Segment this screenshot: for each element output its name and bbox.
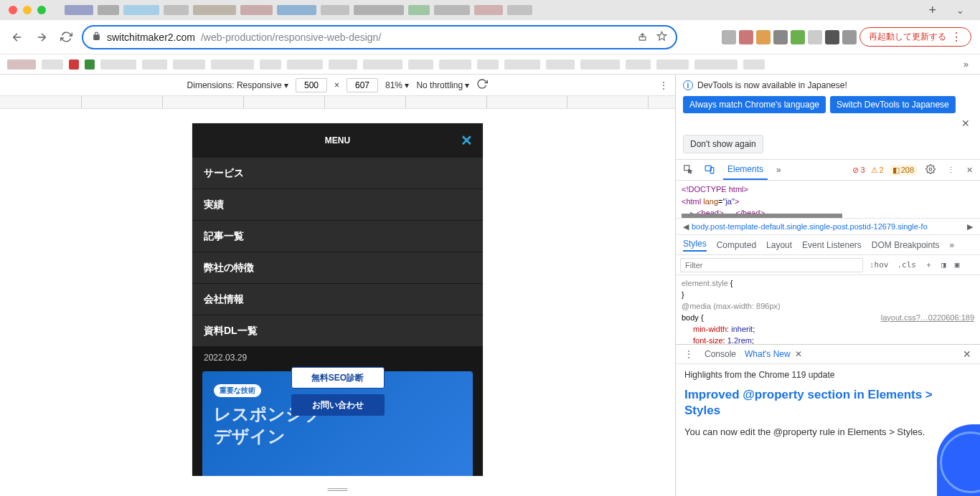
menu-item-downloads[interactable]: 資料DL一覧 — [192, 315, 483, 347]
elements-dom-tree[interactable]: <!DOCTYPE html> <html lang="ja"> ▸ <head… — [676, 181, 980, 214]
bookmark-item[interactable] — [100, 59, 136, 70]
crumb-prev-icon[interactable]: ◀ — [680, 222, 692, 232]
browser-tab[interactable] — [507, 5, 532, 15]
bookmark-item[interactable] — [477, 59, 499, 70]
dimensions-dropdown[interactable]: Dimensions: Responsive ▾ — [187, 80, 288, 90]
rendering-icon[interactable]: ▣ — [953, 260, 962, 270]
reload-button[interactable] — [57, 29, 75, 46]
bookmark-item[interactable] — [69, 59, 79, 70]
subtab-computed[interactable]: Computed — [717, 240, 756, 250]
tab-elements[interactable]: Elements — [723, 160, 768, 180]
back-button[interactable] — [9, 29, 26, 46]
extension-icon[interactable] — [791, 30, 805, 44]
cls-toggle[interactable]: .cls — [895, 260, 919, 270]
new-style-rule-icon[interactable]: ＋ — [923, 259, 935, 270]
bookmark-item[interactable] — [260, 59, 281, 70]
subtab-overflow-icon[interactable]: » — [950, 240, 955, 250]
bookmark-item[interactable] — [211, 59, 254, 70]
new-tab-button[interactable]: + — [921, 3, 943, 18]
menu-item-articles[interactable]: 記事一覧 — [192, 221, 483, 252]
close-window-button[interactable] — [9, 6, 17, 14]
subtab-event-listeners[interactable]: Event Listeners — [802, 240, 862, 250]
crumb-next-icon[interactable]: ▶ — [964, 222, 976, 232]
update-chrome-button[interactable]: 再起動して更新する ⋮ — [859, 27, 971, 47]
bookmark-item[interactable] — [439, 59, 471, 70]
close-drawer-button[interactable]: ✕ — [960, 348, 974, 360]
bookmark-item[interactable] — [504, 59, 540, 70]
bookmark-item[interactable] — [694, 59, 738, 70]
rotate-icon[interactable] — [476, 78, 488, 92]
close-whatsnew-tab[interactable]: ✕ — [795, 349, 802, 359]
bookmark-item[interactable] — [142, 59, 167, 70]
subtab-dom-breakpoints[interactable]: DOM Breakpoints — [872, 240, 940, 250]
contact-button[interactable]: お問い合わせ — [291, 394, 385, 416]
bookmark-item[interactable] — [408, 59, 433, 70]
drawer-tab-whatsnew[interactable]: What's New — [745, 349, 791, 359]
inspect-icon[interactable] — [680, 164, 696, 176]
throttling-dropdown[interactable]: No throttling ▾ — [416, 80, 469, 90]
close-menu-button[interactable]: ✕ — [461, 132, 473, 149]
breadcrumb-body[interactable]: body.post-template-default.single.single… — [692, 222, 928, 231]
bookmark-item[interactable] — [7, 59, 36, 70]
issue-count[interactable]: ◧ 208 — [890, 165, 917, 176]
maximize-window-button[interactable] — [37, 6, 46, 14]
tab-overflow-button[interactable]: ⌄ — [949, 5, 971, 16]
share-icon[interactable] — [637, 31, 648, 44]
bookmark-item[interactable] — [287, 59, 323, 70]
subtab-styles[interactable]: Styles — [683, 239, 707, 252]
styles-pane[interactable]: element.style { } @media (max-width: 896… — [676, 275, 980, 344]
extension-icon[interactable] — [773, 30, 788, 44]
bookmark-star-icon[interactable] — [656, 31, 667, 44]
devtools-menu-icon[interactable]: ⋮ — [944, 166, 958, 175]
browser-tab[interactable] — [434, 5, 470, 15]
bookmark-item[interactable] — [42, 59, 63, 70]
bookmark-item[interactable] — [85, 59, 95, 70]
browser-tab[interactable] — [408, 5, 430, 15]
dont-show-again-button[interactable]: Don't show again — [683, 135, 763, 153]
warning-count[interactable]: ⚠ 2 — [871, 166, 884, 175]
error-count[interactable]: ⊘ 3 — [852, 166, 864, 175]
extension-icon[interactable] — [842, 30, 857, 44]
bookmark-item[interactable] — [546, 59, 575, 70]
width-input[interactable] — [296, 78, 327, 92]
menu-item-features[interactable]: 弊社の特徴 — [192, 252, 483, 284]
browser-tab[interactable] — [193, 5, 236, 15]
height-input[interactable] — [347, 78, 378, 92]
drawer-menu-icon[interactable]: ⋮ — [682, 349, 696, 359]
minimize-window-button[interactable] — [23, 6, 32, 14]
resize-handle-bottom[interactable]: ═══ — [328, 484, 348, 495]
bookmark-item[interactable] — [656, 59, 689, 70]
drawer-tab-console[interactable]: Console — [705, 349, 736, 359]
browser-tab[interactable] — [123, 5, 159, 15]
switch-language-button[interactable]: Switch DevTools to Japanese — [830, 96, 956, 113]
browser-tab[interactable] — [164, 5, 189, 15]
extension-icon[interactable] — [756, 30, 771, 44]
browser-tab[interactable] — [474, 5, 503, 15]
computed-sidebar-icon[interactable]: ◨ — [939, 260, 948, 270]
menu-item-services[interactable]: サービス — [192, 158, 483, 189]
extension-icon[interactable] — [739, 30, 753, 44]
seo-diagnosis-button[interactable]: 無料SEO診断 — [291, 367, 385, 388]
styles-filter-input[interactable] — [680, 258, 863, 272]
device-toolbar-menu-icon[interactable]: ⋮ — [659, 80, 668, 90]
css-source-link[interactable]: layout.css?…0220606:189 — [881, 313, 974, 324]
close-notice-button[interactable]: ✕ — [958, 118, 973, 129]
hov-toggle[interactable]: :hov — [867, 260, 891, 270]
menu-item-works[interactable]: 実績 — [192, 189, 483, 221]
browser-tab[interactable] — [98, 5, 119, 15]
extension-icon[interactable] — [825, 30, 839, 44]
subtab-layout[interactable]: Layout — [766, 240, 792, 250]
forward-button[interactable] — [33, 29, 50, 46]
bookmark-item[interactable] — [363, 59, 402, 70]
browser-tab[interactable] — [65, 5, 93, 15]
menu-item-company[interactable]: 会社情報 — [192, 284, 483, 315]
bookmarks-overflow-button[interactable]: » — [959, 59, 973, 70]
close-devtools-button[interactable]: ✕ — [963, 166, 976, 175]
more-tabs-icon[interactable]: » — [773, 165, 784, 175]
browser-tab[interactable] — [354, 5, 404, 15]
extension-icon[interactable] — [722, 30, 736, 44]
bookmark-item[interactable] — [173, 59, 205, 70]
extension-icon[interactable] — [808, 30, 822, 44]
whatsnew-title[interactable]: Improved @property section in Elements >… — [684, 387, 971, 419]
address-bar[interactable]: switchitmaker2.com/web-production/respon… — [82, 25, 677, 49]
